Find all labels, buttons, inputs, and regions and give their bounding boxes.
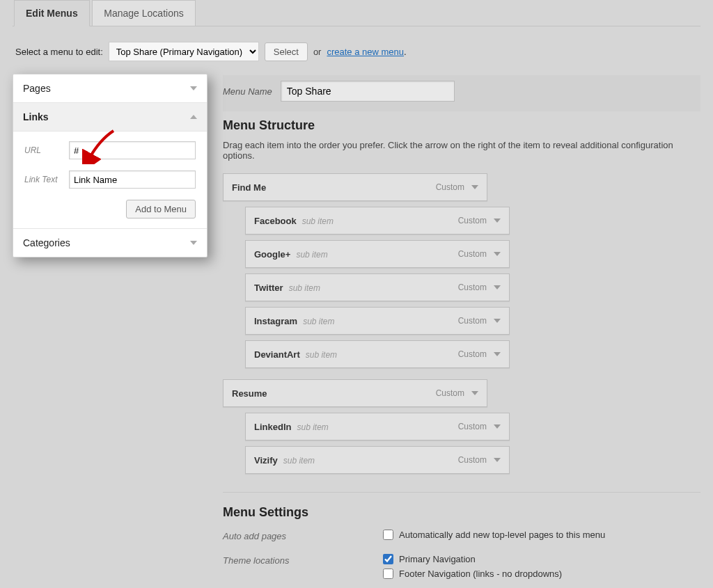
accordion-links-label: Links xyxy=(23,111,49,122)
menu-item[interactable]: Instagramsub itemCustom xyxy=(245,307,510,335)
menu-item-subitem-label: sub item xyxy=(306,350,337,360)
theme-locations-label: Theme locations xyxy=(223,554,383,566)
menu-name-row: Menu Name xyxy=(223,75,700,111)
links-panel: URL Link Text Add to Menu xyxy=(13,132,207,228)
or-text: or xyxy=(313,47,322,57)
select-menu-label: Select a menu to edit: xyxy=(15,47,103,57)
menu-item-subitem-label: sub item xyxy=(303,317,334,326)
menu-item-type: Custom xyxy=(458,422,487,431)
menu-item[interactable]: ResumeCustom xyxy=(223,379,487,407)
menu-item[interactable]: Google+sub itemCustom xyxy=(245,240,510,268)
auto-add-text: Automatically add new top-level pages to… xyxy=(399,530,605,540)
accordion-categories[interactable]: Categories xyxy=(13,228,207,257)
menu-name-input[interactable] xyxy=(281,81,455,102)
menu-item-title: Vizify xyxy=(254,455,278,466)
chevron-down-icon[interactable] xyxy=(471,391,478,395)
url-input[interactable] xyxy=(69,141,196,159)
chevron-down-icon[interactable] xyxy=(494,285,501,289)
chevron-down-icon[interactable] xyxy=(494,218,501,223)
chevron-down-icon[interactable] xyxy=(494,352,501,356)
menu-item[interactable]: Vizifysub itemCustom xyxy=(245,446,510,474)
theme-primary-checkbox[interactable] xyxy=(383,554,393,564)
menu-item-type: Custom xyxy=(458,283,487,292)
chevron-down-icon[interactable] xyxy=(494,458,501,462)
menu-settings-heading: Menu Settings xyxy=(223,505,700,520)
menu-item-type: Custom xyxy=(436,388,464,398)
period: . xyxy=(404,47,407,57)
menu-item-title: Instagram xyxy=(254,316,297,326)
menu-item[interactable]: Facebooksub itemCustom xyxy=(245,207,510,235)
theme-primary-text: Primary Navigation xyxy=(399,554,476,564)
chevron-up-icon xyxy=(190,115,197,119)
theme-footer-text: Footer Navigation (links - no dropdowns) xyxy=(399,569,562,579)
menu-item-type: Custom xyxy=(436,182,464,192)
menu-structure-heading: Menu Structure xyxy=(223,118,700,133)
chevron-down-icon xyxy=(190,241,197,245)
menu-item-type: Custom xyxy=(458,455,487,465)
menu-item-type: Custom xyxy=(458,216,487,225)
chevron-down-icon[interactable] xyxy=(494,319,501,323)
select-menu-bar: Select a menu to edit: Top Share (Primar… xyxy=(13,26,700,74)
accordion-links[interactable]: Links xyxy=(13,103,207,132)
menu-item-type: Custom xyxy=(458,249,487,259)
create-new-menu-link[interactable]: create a new menu xyxy=(327,47,404,57)
linktext-input[interactable] xyxy=(69,170,196,189)
auto-add-checkbox-row[interactable]: Automatically add new top-level pages to… xyxy=(383,530,700,540)
linktext-label: Link Text xyxy=(24,175,62,184)
tab-edit-menus[interactable]: Edit Menus xyxy=(14,0,90,26)
accordion-pages-label: Pages xyxy=(23,83,51,94)
url-label: URL xyxy=(24,145,62,155)
menu-item-subitem-label: sub item xyxy=(302,216,334,226)
tab-manage-locations[interactable]: Manage Locations xyxy=(92,0,195,26)
sidebar-accordion: Pages Links URL Link Text xyxy=(13,74,207,257)
chevron-down-icon[interactable] xyxy=(494,424,501,429)
menu-name-label: Menu Name xyxy=(223,86,272,97)
menu-items-list: Find MeCustomFacebooksub itemCustomGoogl… xyxy=(223,173,700,474)
auto-add-checkbox[interactable] xyxy=(383,530,393,540)
menu-item-subitem-label: sub item xyxy=(283,456,315,466)
menu-item-title: Find Me xyxy=(232,182,266,193)
theme-footer-row[interactable]: Footer Navigation (links - no dropdowns) xyxy=(383,569,700,579)
menu-item[interactable]: Twittersub itemCustom xyxy=(245,273,510,301)
menu-item[interactable]: DeviantArtsub itemCustom xyxy=(245,340,510,368)
menu-select[interactable]: Top Share (Primary Navigation) xyxy=(109,42,259,61)
select-button[interactable]: Select xyxy=(265,42,308,61)
theme-footer-checkbox[interactable] xyxy=(383,569,393,579)
menu-structure-help: Drag each item into the order you prefer… xyxy=(223,140,700,161)
menu-item-subitem-label: sub item xyxy=(296,250,327,260)
accordion-categories-label: Categories xyxy=(23,237,70,248)
chevron-down-icon[interactable] xyxy=(471,185,478,189)
menu-item-title: LinkedIn xyxy=(254,422,291,432)
menu-item-title: DeviantArt xyxy=(254,349,300,360)
menu-item-subitem-label: sub item xyxy=(289,283,320,293)
menu-item-title: Resume xyxy=(232,388,267,399)
tabs: Edit Menus Manage Locations xyxy=(13,0,700,26)
menu-item-subitem-label: sub item xyxy=(297,422,328,432)
chevron-down-icon[interactable] xyxy=(494,252,501,256)
chevron-down-icon xyxy=(190,86,197,90)
menu-item-type: Custom xyxy=(458,316,487,326)
add-to-menu-button[interactable]: Add to Menu xyxy=(126,200,196,218)
accordion-pages[interactable]: Pages xyxy=(13,74,207,103)
menu-item-type: Custom xyxy=(458,349,487,359)
menu-item-title: Twitter xyxy=(254,283,283,293)
theme-primary-row[interactable]: Primary Navigation xyxy=(383,554,700,564)
menu-item-title: Google+ xyxy=(254,249,290,260)
menu-item[interactable]: LinkedInsub itemCustom xyxy=(245,413,510,440)
menu-item-title: Facebook xyxy=(254,216,297,226)
auto-add-label: Auto add pages xyxy=(223,530,383,541)
menu-item[interactable]: Find MeCustom xyxy=(223,173,487,201)
